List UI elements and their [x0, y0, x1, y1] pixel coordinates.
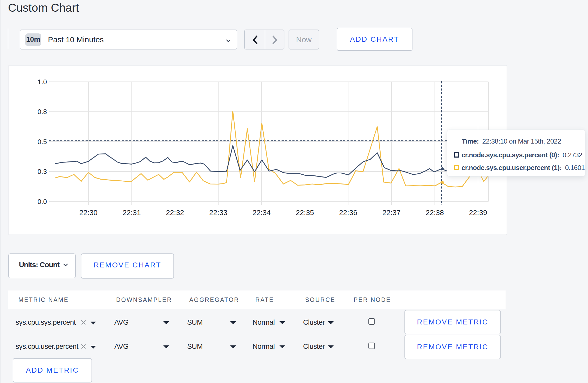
svg-text:22:31: 22:31 [123, 209, 141, 217]
svg-text:22:35: 22:35 [296, 209, 314, 217]
svg-text:22:37: 22:37 [382, 209, 401, 217]
svg-text:22:34: 22:34 [253, 209, 271, 217]
svg-text:22:39: 22:39 [469, 209, 487, 217]
svg-text:22:38: 22:38 [426, 209, 444, 217]
svg-text:22:32: 22:32 [166, 209, 184, 217]
svg-text:0.5: 0.5 [38, 138, 47, 146]
svg-text:22:36: 22:36 [339, 209, 357, 217]
svg-text:22:33: 22:33 [209, 209, 227, 217]
svg-text:0.3: 0.3 [38, 168, 47, 175]
svg-text:0.8: 0.8 [38, 108, 47, 116]
svg-text:1.0: 1.0 [38, 78, 47, 86]
svg-text:0.0: 0.0 [38, 198, 47, 205]
svg-text:22:30: 22:30 [79, 209, 97, 217]
